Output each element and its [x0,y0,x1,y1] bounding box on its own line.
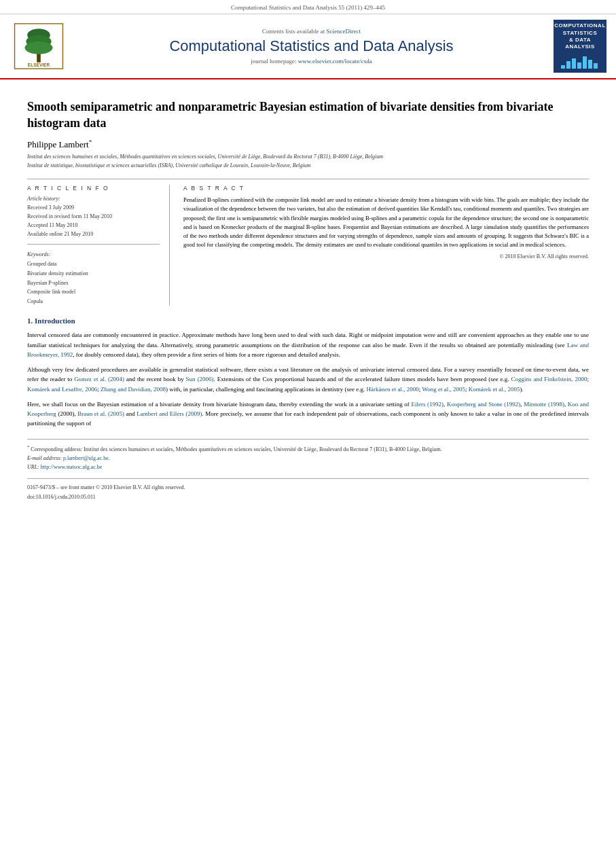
ref-coggins[interactable]: Coggins and Finkelstein, 2000 [511,376,587,382]
ref-sun[interactable]: Sun (2006) [186,376,214,382]
svg-rect-10 [577,62,581,69]
journal-homepage: journal homepage: www.elsevier.com/locat… [76,58,547,65]
footnote-url: URL: http://www.statsoc.ulg.ac.be [27,463,589,472]
keyword-3: Composite link model [27,287,160,297]
abstract-text: Penalized B-splines combined with the co… [183,196,589,249]
keyword-0: Grouped data [27,260,160,269]
history-item-0: Received 3 July 2009 [27,204,160,213]
affiliation-1: Institut des sciences humaines et social… [27,153,589,160]
ref-wong[interactable]: Wong et al., 2005 [422,386,465,393]
svg-rect-8 [566,61,570,69]
url-label: URL: [27,464,39,470]
history-item-3: Available online 21 May 2010 [27,230,160,239]
keywords-section: Keywords: Grouped data Bivariate density… [27,251,160,306]
bottom-bar: 0167-9473/$ – see front matter © 2010 El… [27,478,589,501]
elsevier-logo: ELSEVIER [12,22,66,70]
intro-paragraph-1: Although very few dedicated procedures a… [27,365,589,394]
elsevier-logo-left: ELSEVIER [8,22,69,70]
footnote-divider [27,439,589,440]
svg-text:ELSEVIER: ELSEVIER [28,62,50,67]
keywords-label: Keywords: [27,251,160,257]
svg-rect-9 [572,58,576,69]
journal-header: ELSEVIER Contents lists available at Sci… [0,14,616,79]
homepage-link[interactable]: www.elsevier.com/locate/csda [298,58,372,65]
journal-logo-right: COMPUTATIONAL STATISTICS & DATA ANALYSIS [554,20,608,73]
sciencedirect-anchor[interactable]: ScienceDirect [327,28,361,35]
intro-paragraph-0: Interval censored data are commonly enco… [27,330,589,359]
sciencedirect-link: Contents lists available at ScienceDirec… [76,28,547,35]
article-info-label: A R T I C L E I N F O [27,185,160,192]
journal-abbr-line1: COMPUTATIONAL [554,22,606,29]
col-divider [27,244,160,245]
svg-rect-11 [583,56,587,69]
intro-paragraph-2: Here, we shall focus on the Bayesian est… [27,399,589,429]
history-label: Article history: [27,196,160,202]
abstract-label: A B S T R A C T [183,185,589,192]
ref-komarek-2005[interactable]: Komárek et al., 2005 [469,386,520,393]
page-wrapper: Computational Statistics and Data Analys… [0,0,616,841]
ref-gomez[interactable]: Gomez et al. (2004) [74,376,124,382]
affiliation-2: Institut de statistique, biostatistique … [27,162,589,169]
article-info-col: A R T I C L E I N F O Article history: R… [27,185,170,306]
ref-eilers[interactable]: Eilers (1992) [411,401,443,408]
ref-komarek-lesaffre[interactable]: Komárek and Lesaffre, 2006 [27,386,97,393]
ref-braun[interactable]: Braun et al. (2005) [77,410,124,417]
main-content: Smooth semiparametric and nonparametric … [0,79,616,516]
ref-law-brookmeyer[interactable]: Law and Brookmeyer, 1992 [27,342,589,358]
footnote-sup: * [27,444,29,449]
journal-top-bar: Computational Statistics and Data Analys… [0,0,616,14]
abstract-col: A B S T R A C T Penalized B-splines comb… [183,185,589,306]
ref-harkanen[interactable]: Härkänen et al., 2000 [367,386,419,393]
journal-abbr-line3: & DATA ANALYSIS [556,37,604,51]
svg-rect-12 [588,60,592,69]
doi-line: doi:10.1016/j.csda.2010.05.011 [27,493,589,502]
keyword-4: Copula [27,297,160,306]
url-link[interactable]: http://www.statsoc.ulg.ac.be [41,464,103,470]
article-info-abstract: A R T I C L E I N F O Article history: R… [27,179,589,306]
journal-abbr-line2: STATISTICS [563,30,597,37]
issn-line: 0167-9473/$ – see front matter © 2010 El… [27,483,589,493]
author-name: Philippe Lambert* [27,139,589,150]
history-item-2: Accepted 11 May 2010 [27,221,160,230]
keyword-2: Bayesian P-splines [27,279,160,288]
keyword-1: Bivariate density estimation [27,269,160,279]
ref-lambert-eilers[interactable]: Lambert and Eilers (2009) [137,410,202,417]
journal-title-display: Computational Statistics and Data Analys… [76,37,547,55]
copyright-line: © 2010 Elsevier B.V. All rights reserved… [183,253,589,260]
ref-minnotte[interactable]: Minnotte (1998) [524,401,564,408]
ref-zhang-davidian[interactable]: Zhang and Davidian, 2008 [101,386,166,393]
svg-rect-7 [561,65,565,69]
svg-point-5 [24,41,52,54]
journal-center: Contents lists available at ScienceDirec… [76,28,547,65]
introduction-section: 1. Introduction Interval censored data a… [27,317,589,428]
article-title: Smooth semiparametric and nonparametric … [27,99,589,132]
ref-kooperberg-stone[interactable]: Kooperberg and Stone (1992) [447,401,520,408]
email-label: E-mail address: [27,455,62,461]
introduction-heading: 1. Introduction [27,317,589,325]
journal-citation: Computational Statistics and Data Analys… [231,4,385,11]
footnote-email: E-mail address: p.lambert@ulg.ac.be. [27,454,589,463]
journal-logo-box: COMPUTATIONAL STATISTICS & DATA ANALYSIS [554,20,606,73]
footnote-corresponding: * Corresponding address: Institut des sc… [27,444,589,454]
author-sup: * [89,139,92,145]
svg-rect-13 [594,63,598,69]
history-item-1: Received in revised form 11 May 2010 [27,213,160,221]
email-link[interactable]: p.lambert@ulg.ac.be [63,455,109,461]
